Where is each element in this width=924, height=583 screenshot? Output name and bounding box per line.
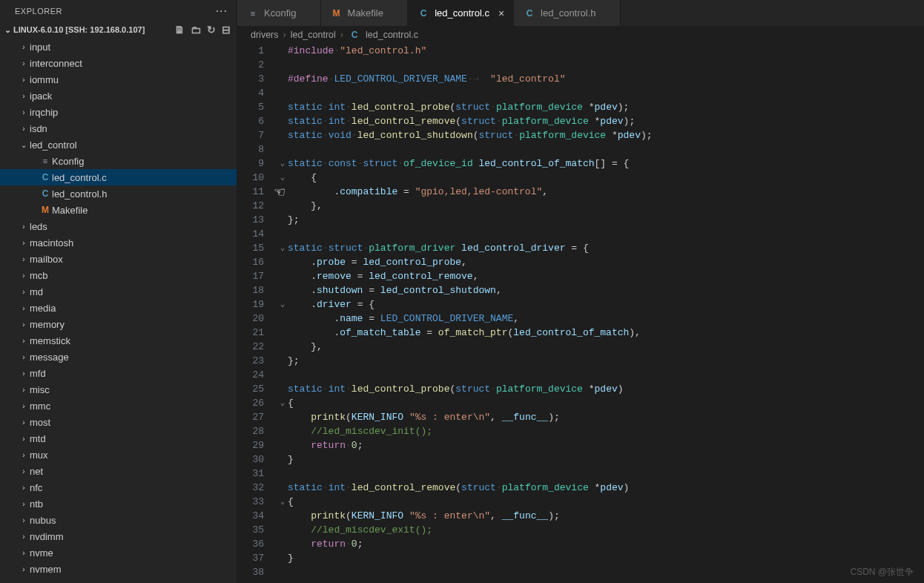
code-text[interactable]: static·void·led_control_shutdown(struct·… <box>288 128 924 142</box>
chevron-right-icon[interactable]: › <box>18 288 30 296</box>
chevron-right-icon[interactable]: › <box>18 223 30 231</box>
code-text[interactable]: printk(KERN_INFO "%s : enter\n", __func_… <box>288 410 924 424</box>
code-text[interactable] <box>288 142 924 157</box>
code-text[interactable]: }; <box>288 354 924 368</box>
chevron-right-icon[interactable]: › <box>18 337 30 345</box>
tree-folder-mailbox[interactable]: ›mailbox <box>0 251 237 267</box>
breadcrumb-item[interactable]: led_control <box>291 30 336 40</box>
code-line[interactable]: 2 <box>237 58 924 72</box>
file-tree[interactable]: ›input›interconnect›iommu›ipack›irqchip›… <box>0 37 237 583</box>
code-text[interactable] <box>288 227 924 241</box>
code-line[interactable]: 25static·int·led_control_probe(struct·pl… <box>237 382 924 396</box>
tab-Kconfig[interactable]: ≡Kconfig× <box>237 0 321 26</box>
code-text[interactable] <box>288 86 924 100</box>
fold-icon[interactable]: ⌄ <box>277 157 288 171</box>
chevron-right-icon[interactable]: › <box>18 500 30 508</box>
chevron-right-icon[interactable]: › <box>18 43 30 51</box>
tree-folder-media[interactable]: ›media <box>0 300 237 316</box>
code-text[interactable]: static·int·led_control_remove(struct·pla… <box>288 114 924 128</box>
tree-folder-nvmem[interactable]: ›nvmem <box>0 561 237 577</box>
code-text[interactable]: static·int·led_control_remove(struct·pla… <box>288 481 924 495</box>
collapse-all-icon[interactable]: ⊟ <box>222 24 231 36</box>
new-file-icon[interactable]: 🗎 <box>174 24 185 36</box>
code-text[interactable]: { <box>288 171 924 185</box>
code-line[interactable]: 23}; <box>237 354 924 368</box>
code-text[interactable]: { <box>288 495 924 509</box>
tree-folder-leds[interactable]: ›leds <box>0 218 237 234</box>
tree-folder-net[interactable]: ›net <box>0 463 237 479</box>
chevron-right-icon[interactable]: › <box>18 239 30 247</box>
code-line[interactable]: 26⌄{ <box>237 396 924 410</box>
chevron-right-icon[interactable]: › <box>18 484 30 492</box>
code-line[interactable]: 10⌄ { <box>237 171 924 185</box>
code-text[interactable]: return·0; <box>288 438 924 452</box>
tree-folder-ntb[interactable]: ›ntb <box>0 495 237 512</box>
tree-folder-mmc[interactable]: ›mmc <box>0 398 237 414</box>
code-text[interactable] <box>288 58 924 72</box>
code-text[interactable]: } <box>288 551 924 565</box>
code-line[interactable]: 19⌄ .driver = { <box>237 297 924 312</box>
chevron-right-icon[interactable]: › <box>18 353 30 361</box>
chevron-right-icon[interactable]: › <box>18 92 30 100</box>
breadcrumb-item[interactable]: drivers <box>251 30 279 40</box>
code-text[interactable]: #include·"led_control.h" <box>288 44 924 58</box>
code-text[interactable]: return·0; <box>288 537 924 551</box>
code-text[interactable]: .of_match_table = of_match_ptr(led_contr… <box>288 326 924 340</box>
code-line[interactable]: 12 }, <box>237 199 924 213</box>
code-line[interactable]: 21 .of_match_table = of_match_ptr(led_co… <box>237 326 924 340</box>
code-text[interactable]: }; <box>288 213 924 227</box>
chevron-right-icon[interactable]: › <box>18 255 30 263</box>
close-icon[interactable]: × <box>498 7 504 19</box>
chevron-right-icon[interactable]: › <box>18 467 30 475</box>
code-line[interactable]: 30} <box>237 452 924 467</box>
code-text[interactable] <box>288 467 924 481</box>
code-text[interactable]: static·struct·platform_driver led_contro… <box>288 241 924 255</box>
tab-Makefile[interactable]: MMakefile× <box>321 0 409 26</box>
code-text[interactable]: }, <box>288 199 924 213</box>
code-text[interactable]: #define·LED_CONTROL_DRIVER_NAME·→ "led_c… <box>288 72 924 86</box>
chevron-right-icon[interactable]: › <box>18 516 30 524</box>
chevron-right-icon[interactable]: › <box>18 451 30 459</box>
code-editor[interactable]: 1#include·"led_control.h"23#define·LED_C… <box>237 44 924 583</box>
chevron-right-icon[interactable]: › <box>18 533 30 541</box>
code-line[interactable]: 20 .name = LED_CONTROL_DRIVER_NAME, <box>237 312 924 326</box>
chevron-right-icon[interactable]: › <box>18 402 30 410</box>
tree-folder-irqchip[interactable]: ›irqchip <box>0 104 237 120</box>
tab-led_control.c[interactable]: Cled_control.c× <box>408 0 514 26</box>
code-text[interactable]: .remove = led_control_remove, <box>288 269 924 283</box>
code-line[interactable]: 5static·int·led_control_probe(struct·pla… <box>237 100 924 114</box>
code-line[interactable]: 36 return·0; <box>237 537 924 551</box>
breadcrumb-item[interactable]: led_control.c <box>366 30 418 40</box>
code-text[interactable]: }, <box>288 340 924 354</box>
tree-folder-isdn[interactable]: ›isdn <box>0 120 237 136</box>
chevron-right-icon[interactable]: › <box>18 125 30 133</box>
code-line[interactable]: 35 //led_miscdev_exit(); <box>237 523 924 537</box>
tree-folder-nvme[interactable]: ›nvme <box>0 544 237 561</box>
fold-icon[interactable]: ⌄ <box>277 396 288 410</box>
fold-icon[interactable]: ⌄ <box>277 241 288 255</box>
fold-icon[interactable]: ⌄ <box>277 171 288 185</box>
code-text[interactable]: static·int·led_control_probe(struct·plat… <box>288 100 924 114</box>
tree-folder-mcb[interactable]: ›mcb <box>0 267 237 283</box>
chevron-right-icon[interactable]: › <box>18 369 30 378</box>
code-text[interactable]: } <box>288 452 924 467</box>
tree-file-Kconfig[interactable]: ≡Kconfig <box>0 153 237 169</box>
code-text[interactable] <box>288 565 924 579</box>
code-text[interactable]: .compatible = "gpio,led,led-control", <box>288 185 924 199</box>
code-line[interactable]: 28 //led_miscdev_init(); <box>237 424 924 438</box>
code-line[interactable]: 3#define·LED_CONTROL_DRIVER_NAME·→ "led_… <box>237 72 924 86</box>
chevron-right-icon[interactable]: › <box>18 418 30 426</box>
tree-folder-ipack[interactable]: ›ipack <box>0 88 237 104</box>
chevron-right-icon[interactable]: › <box>18 565 30 573</box>
fold-icon[interactable]: ⌄ <box>277 495 288 509</box>
tree-folder-nfc[interactable]: ›nfc <box>0 479 237 495</box>
code-line[interactable]: 14 <box>237 227 924 241</box>
code-text[interactable]: .name = LED_CONTROL_DRIVER_NAME, <box>288 312 924 326</box>
tree-folder-md[interactable]: ›md <box>0 283 237 300</box>
tree-folder-mfd[interactable]: ›mfd <box>0 365 237 381</box>
code-line[interactable]: 17 .remove = led_control_remove, <box>237 269 924 283</box>
code-text[interactable]: .driver = { <box>288 297 924 312</box>
tab-led_control.h[interactable]: Cled_control.h× <box>514 0 621 26</box>
tree-file-led_control.h[interactable]: Cled_control.h <box>0 185 237 202</box>
new-folder-icon[interactable]: 🗀 <box>191 24 201 36</box>
